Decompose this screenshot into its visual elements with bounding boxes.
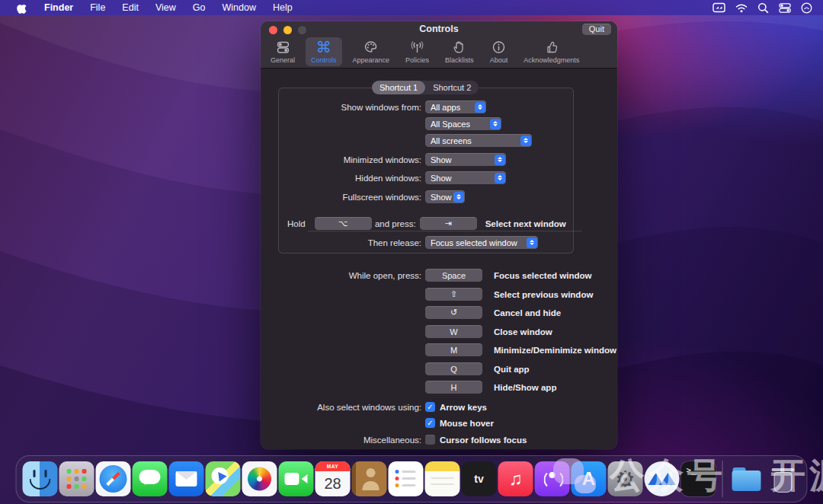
arrow-keys-checkbox[interactable]: ✓ bbox=[425, 402, 435, 412]
desktop: Finder File Edit View Go Window Help bbox=[0, 0, 823, 504]
hidden-windows-select[interactable]: Show bbox=[425, 171, 506, 184]
mouse-hover-label: Mouse hover bbox=[440, 419, 494, 428]
selected-value: All Spaces bbox=[431, 120, 470, 129]
tab-policies[interactable]: Policies bbox=[400, 37, 434, 66]
dock-downloads-folder-icon[interactable] bbox=[729, 461, 764, 496]
dock-messages-icon[interactable] bbox=[133, 461, 168, 496]
stepper-icon bbox=[490, 119, 501, 129]
tab-key[interactable]: ⇥ bbox=[420, 217, 477, 230]
hold-action-label: Select next window bbox=[485, 219, 566, 228]
dock-tv-icon[interactable]: tv bbox=[462, 461, 497, 496]
binding-action: Minimize/Deminimize window bbox=[494, 346, 616, 355]
dock-maps-icon[interactable] bbox=[206, 461, 241, 496]
terminal-prompt: >_ bbox=[687, 465, 697, 475]
stepper-icon bbox=[527, 238, 537, 248]
tab-label: Policies bbox=[405, 56, 429, 64]
calendar-month: MAY bbox=[315, 461, 351, 471]
calendar-day: 28 bbox=[315, 471, 351, 496]
dock-app-store-icon[interactable] bbox=[572, 461, 607, 496]
minimized-windows-label: Minimized windows: bbox=[261, 155, 421, 164]
arrow-keys-label: Arrow keys bbox=[440, 403, 487, 412]
info-icon bbox=[491, 39, 507, 56]
dock-system-settings-icon[interactable] bbox=[608, 461, 643, 496]
then-release-select[interactable]: Focus selected window bbox=[425, 236, 538, 249]
dock-notes-icon[interactable] bbox=[425, 461, 460, 496]
apple-menu-icon[interactable] bbox=[8, 2, 36, 14]
show-windows-from-label: Show windows from: bbox=[261, 103, 421, 112]
menu-item-file[interactable]: File bbox=[82, 0, 114, 15]
siri-icon[interactable] bbox=[801, 2, 812, 14]
antenna-icon bbox=[409, 39, 425, 56]
selected-value: All apps bbox=[431, 103, 460, 112]
toggles-icon bbox=[275, 39, 291, 56]
dock-finder-icon[interactable] bbox=[23, 461, 58, 496]
dock-launchpad-icon[interactable] bbox=[59, 461, 94, 496]
dock-podcasts-icon[interactable] bbox=[535, 461, 570, 496]
palette-icon bbox=[363, 39, 379, 56]
w-key[interactable]: W bbox=[425, 325, 482, 338]
search-icon[interactable] bbox=[757, 2, 769, 14]
dock-mountain-app-icon[interactable] bbox=[645, 461, 680, 496]
space-key[interactable]: Space bbox=[425, 269, 482, 282]
group-divider bbox=[308, 231, 582, 231]
thumbs-up-icon bbox=[543, 39, 559, 56]
dock-contacts-icon[interactable] bbox=[352, 461, 387, 496]
dock-mail-icon[interactable] bbox=[169, 461, 204, 496]
hold-label: Hold bbox=[287, 219, 306, 228]
menu-item-window[interactable]: Window bbox=[213, 0, 264, 15]
dock-facetime-icon[interactable] bbox=[279, 461, 314, 496]
tab-label: Controls bbox=[311, 56, 337, 64]
dock-trash-icon[interactable] bbox=[766, 461, 801, 496]
tab-shortcut-2[interactable]: Shortcut 2 bbox=[425, 81, 479, 94]
command-icon: ⌘ bbox=[316, 39, 331, 56]
option-key[interactable]: ⌥ bbox=[315, 217, 372, 230]
menu-item-help[interactable]: Help bbox=[264, 0, 301, 15]
tab-label: Acknowledgments bbox=[524, 56, 579, 64]
dock-photos-icon[interactable] bbox=[242, 461, 277, 496]
m-key[interactable]: M bbox=[425, 343, 482, 356]
apps-select[interactable]: All apps bbox=[425, 100, 486, 113]
binding-action: Quit app bbox=[494, 365, 530, 374]
fullscreen-windows-select[interactable]: Show bbox=[425, 190, 465, 203]
controls-window: Controls Quit General ⌘ Controls bbox=[261, 21, 617, 449]
q-key[interactable]: Q bbox=[425, 362, 482, 375]
tab-shortcut-1[interactable]: Shortcut 1 bbox=[372, 81, 425, 94]
and-press-label: and press: bbox=[373, 219, 416, 228]
h-key[interactable]: H bbox=[425, 381, 482, 394]
control-center-icon[interactable] bbox=[779, 3, 791, 13]
binding-action: Hide/Show app bbox=[494, 383, 556, 392]
while-open-label: While open, press: bbox=[261, 271, 421, 280]
binding-action: Close window bbox=[494, 327, 552, 337]
quit-button[interactable]: Quit bbox=[582, 24, 611, 35]
minimized-windows-select[interactable]: Show bbox=[425, 153, 506, 166]
wifi-icon[interactable] bbox=[735, 3, 748, 13]
dock-terminal-icon[interactable]: >_ bbox=[681, 461, 716, 496]
selected-value: Focus selected window bbox=[431, 238, 517, 247]
tab-appearance[interactable]: Appearance bbox=[347, 37, 395, 66]
menu-item-go[interactable]: Go bbox=[184, 0, 214, 15]
then-release-label: Then release: bbox=[261, 238, 421, 247]
dock-safari-icon[interactable] bbox=[96, 461, 131, 496]
menu-item-view[interactable]: View bbox=[147, 0, 184, 15]
menu-item-edit[interactable]: Edit bbox=[114, 0, 147, 15]
screens-select[interactable]: All screens bbox=[425, 134, 532, 147]
dock-music-icon[interactable] bbox=[498, 461, 533, 496]
tab-blacklists[interactable]: Blacklists bbox=[440, 37, 479, 66]
shift-key[interactable]: ⇧ bbox=[425, 288, 482, 301]
alttab-menu-icon[interactable] bbox=[713, 2, 725, 13]
tab-acknowledgments[interactable]: Acknowledgments bbox=[518, 37, 584, 66]
tab-controls[interactable]: ⌘ Controls bbox=[306, 37, 342, 66]
hand-icon bbox=[451, 39, 467, 56]
spaces-select[interactable]: All Spaces bbox=[425, 117, 501, 130]
menu-item-finder[interactable]: Finder bbox=[36, 0, 82, 15]
tab-about[interactable]: About bbox=[485, 37, 514, 66]
window-content: Shortcut 1 Shortcut 2 Show windows from:… bbox=[261, 69, 617, 449]
mouse-hover-checkbox[interactable]: ✓ bbox=[425, 418, 435, 428]
escape-key[interactable]: ↺ bbox=[425, 306, 482, 319]
dock-calendar-icon[interactable]: MAY 28 bbox=[315, 461, 351, 496]
binding-action: Cancel and hide bbox=[494, 308, 561, 317]
cursor-follows-focus-checkbox[interactable] bbox=[425, 435, 435, 445]
tab-general[interactable]: General bbox=[265, 37, 300, 66]
selected-value: All screens bbox=[431, 136, 472, 145]
dock-reminders-icon[interactable] bbox=[389, 461, 424, 496]
